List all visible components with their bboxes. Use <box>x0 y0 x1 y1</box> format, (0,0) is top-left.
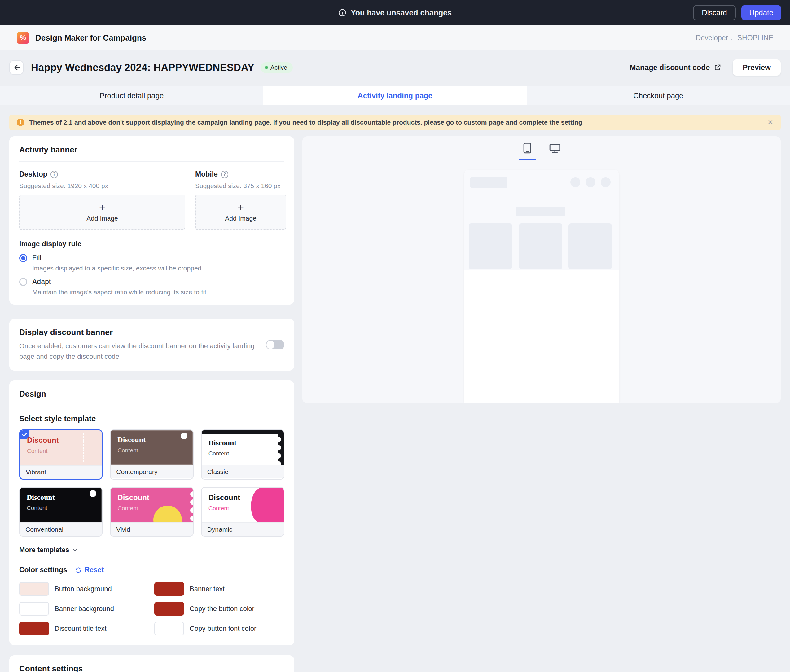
radio-adapt-description: Maintain the image's aspect ratio while … <box>32 288 285 296</box>
mockup-logo-placeholder <box>470 177 507 188</box>
preview-button[interactable]: Preview <box>733 59 781 75</box>
desktop-icon <box>549 142 561 154</box>
mobile-preview-button[interactable] <box>522 136 533 160</box>
mobile-add-image-button[interactable]: + Add Image <box>195 195 286 230</box>
display-banner-toggle[interactable] <box>266 340 285 349</box>
ticket-notch <box>181 432 187 439</box>
status-dot <box>265 66 268 69</box>
page-tabs: Product detail page Activity landing pag… <box>0 86 790 106</box>
mockup-product-placeholder <box>469 223 512 269</box>
template-conventional[interactable]: Discount Content Conventional <box>19 487 102 537</box>
color-swatch[interactable] <box>154 582 184 596</box>
mobile-icon <box>522 142 533 154</box>
image-display-rule-heading: Image display rule <box>19 240 285 248</box>
activity-banner-card: Activity banner Desktop ? Suggested size… <box>9 136 294 304</box>
more-templates-link[interactable]: More templates <box>19 546 78 554</box>
template-preview: Discount Content <box>110 488 193 522</box>
content-settings-heading: Content settings <box>19 664 285 672</box>
template-preview: Discount Content <box>201 488 284 522</box>
desktop-add-image-button[interactable]: + Add Image <box>19 195 185 230</box>
status-badge: Active <box>261 62 293 73</box>
settings-column: Activity banner Desktop ? Suggested size… <box>9 136 294 672</box>
radio-option-fill[interactable]: Fill <box>19 254 285 262</box>
template-sample-title: Discount <box>208 493 284 502</box>
template-grid: Discount Content Vibrant Discount Conten… <box>19 429 285 537</box>
color-setting-copy-button-font-color: Copy button font color <box>154 621 285 637</box>
reset-colors-link[interactable]: Reset <box>75 566 104 574</box>
update-button[interactable]: Update <box>741 5 781 21</box>
color-swatch[interactable] <box>154 602 184 616</box>
template-name: Classic <box>201 465 284 478</box>
color-swatch[interactable] <box>19 582 49 596</box>
template-preview: Discount Content <box>20 430 102 465</box>
ticket-top-bar <box>201 430 284 434</box>
app-header: % Design Maker for Campaigns Developer： … <box>0 26 790 50</box>
template-classic[interactable]: Discount Content Classic <box>201 429 285 480</box>
desktop-preview-button[interactable] <box>549 136 561 160</box>
add-image-label: Add Image <box>86 215 118 222</box>
template-sample-content: Content <box>208 505 284 512</box>
divider <box>19 162 285 162</box>
add-image-label: Add Image <box>225 215 256 222</box>
template-contemporary[interactable]: Discount Content Contemporary <box>110 429 194 480</box>
template-sample-content: Content <box>117 447 193 454</box>
back-button[interactable] <box>9 61 24 75</box>
help-icon[interactable]: ? <box>221 171 228 178</box>
tab-activity-landing-page[interactable]: Activity landing page <box>263 86 527 106</box>
color-swatch[interactable] <box>19 622 49 635</box>
page-title: Happy Wednesday 2024: HAPPYWEDNESDAY <box>31 62 254 74</box>
template-name: Vibrant <box>20 465 102 479</box>
color-swatch-grid: Button background Banner text Banner bac… <box>19 581 285 637</box>
template-sample-title: Discount <box>208 439 284 447</box>
template-preview: Discount Content <box>110 430 193 465</box>
color-swatch[interactable] <box>154 622 184 635</box>
color-swatch[interactable] <box>19 602 49 616</box>
template-dynamic[interactable]: Discount Content Dynamic <box>201 487 285 537</box>
display-discount-banner-card: Display discount banner Once enabled, cu… <box>9 319 294 371</box>
tab-product-detail-page[interactable]: Product detail page <box>0 86 263 106</box>
close-icon[interactable]: ✕ <box>768 118 773 126</box>
radio-icon[interactable] <box>19 278 27 286</box>
display-discount-banner-description: Once enabled, customers can view the dis… <box>19 341 258 362</box>
design-heading: Design <box>19 389 285 399</box>
plus-icon: + <box>99 202 106 213</box>
warning-icon: ! <box>17 118 24 126</box>
app-title: Design Maker for Campaigns <box>35 33 146 43</box>
radio-adapt-label: Adapt <box>32 278 51 286</box>
template-sample-content: Content <box>27 448 102 454</box>
mobile-banner-field: Mobile ? Suggested size: 375 x 160 px + … <box>195 170 286 230</box>
info-icon <box>338 9 346 17</box>
radio-fill-label: Fill <box>32 254 41 262</box>
reset-icon <box>75 566 82 574</box>
manage-discount-code-text: Manage discount code <box>630 63 710 72</box>
color-setting-banner-background: Banner background <box>19 601 154 617</box>
radio-option-adapt[interactable]: Adapt <box>19 278 285 286</box>
mobile-suggested-size: Suggested size: 375 x 160 px <box>195 182 286 190</box>
select-style-template-label: Select style template <box>19 414 285 423</box>
help-icon[interactable]: ? <box>51 171 58 178</box>
page-preview-mockup <box>464 170 619 403</box>
campaign-title-row: Happy Wednesday 2024: HAPPYWEDNESDAY Act… <box>9 50 781 75</box>
desktop-label: Desktop <box>19 170 47 178</box>
chevron-down-icon <box>72 547 78 553</box>
color-setting-button-background: Button background <box>19 581 154 597</box>
save-actions: Discard Update <box>693 5 781 21</box>
template-vibrant[interactable]: Discount Content Vibrant <box>19 429 102 480</box>
desktop-banner-field: Desktop ? Suggested size: 1920 x 400 px … <box>19 170 185 230</box>
divider <box>19 406 285 406</box>
mockup-product-placeholder <box>568 223 612 269</box>
discard-button[interactable]: Discard <box>693 5 736 21</box>
mockup-nav-dot <box>585 177 595 187</box>
template-name: Contemporary <box>110 465 193 478</box>
unsaved-changes-bar: You have unsaved changes Discard Update <box>0 0 790 26</box>
title-actions: Manage discount code Preview <box>630 59 781 75</box>
template-name: Conventional <box>20 522 102 536</box>
manage-discount-code-link[interactable]: Manage discount code <box>630 63 722 72</box>
color-settings-heading: Color settings <box>19 566 67 574</box>
display-discount-banner-heading: Display discount banner <box>19 328 258 337</box>
ticket-scallop-edge <box>278 430 284 465</box>
radio-icon[interactable] <box>19 254 27 262</box>
template-vivid[interactable]: Discount Content Vivid <box>110 487 194 537</box>
tab-checkout-page[interactable]: Checkout page <box>527 86 790 106</box>
more-templates-text: More templates <box>19 546 69 554</box>
